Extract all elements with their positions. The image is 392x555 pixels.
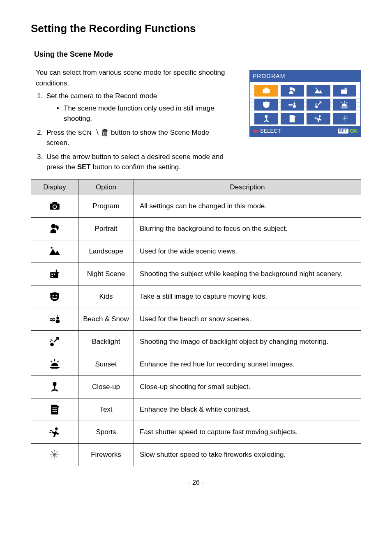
table-row: PortraitBlurring the background to focus… (31, 218, 361, 240)
row-icon-cell (31, 376, 78, 398)
row-icon-cell (31, 195, 78, 218)
table-row: TextEnhance the black & white contrast. (31, 398, 361, 421)
row-option-cell: Night Scene (78, 263, 134, 286)
scene-mode-table: Display Option Description ProgramAll se… (31, 179, 361, 467)
panel-icon-beachsnow (281, 99, 304, 111)
program-icon (48, 200, 61, 212)
col-header-display: Display (31, 179, 78, 195)
panel-icon-nightscene (333, 85, 357, 97)
step-1: Set the camera to the Record mode The sc… (45, 91, 234, 124)
table-row: LandscapeUsed for the wide scenic views. (31, 240, 361, 263)
trash-icon (101, 129, 109, 137)
portrait-icon (48, 223, 61, 235)
step-2-text-a: Press the (46, 129, 78, 136)
landscape-icon (314, 86, 323, 95)
row-icon-cell (31, 286, 78, 308)
row-option-cell: Text (78, 398, 134, 421)
step-3-text-b: button to confirm the setting. (92, 163, 181, 171)
row-icon-cell (31, 444, 78, 466)
scn-text: SCN (78, 129, 92, 136)
table-row: Close-upClose-up shooting for small subj… (31, 376, 361, 398)
row-description-cell: Used for the wide scenic views. (134, 240, 361, 263)
nightscene-icon (48, 268, 61, 280)
row-icon-cell (31, 331, 78, 353)
panel-icon-text (281, 113, 304, 124)
beachsnow-icon (288, 100, 297, 109)
col-header-description: Description (134, 179, 361, 195)
panel-icon-closeup (254, 113, 278, 124)
step-3: Use the arrow button to select a desired… (45, 152, 234, 173)
intro-text: You can select from various scene mode f… (36, 67, 234, 88)
panel-icon-portrait (281, 85, 304, 97)
row-option-cell: Beach & Snow (78, 308, 134, 331)
page-number: - 26 - (31, 478, 361, 488)
sunset-icon (340, 100, 349, 109)
row-option-cell: Fireworks (78, 444, 134, 466)
row-icon-cell (31, 308, 78, 331)
beachsnow-icon (48, 313, 61, 325)
row-icon-cell (31, 263, 78, 286)
fireworks-icon (48, 449, 61, 461)
row-option-cell: Backlight (78, 331, 134, 353)
scene-mode-panel: PROGRAM ◂▸ SELECT (249, 70, 361, 137)
table-row: Beach & SnowUsed for the beach or snow s… (31, 308, 361, 331)
landscape-icon (48, 245, 61, 258)
sports-icon (314, 114, 323, 123)
row-icon-cell (31, 240, 78, 263)
panel-icon-landscape (307, 85, 330, 97)
fireworks-icon (340, 114, 349, 123)
panel-icon-sunset (333, 99, 357, 111)
program-icon (262, 86, 271, 95)
backlight-icon (314, 100, 323, 109)
kids-icon (262, 100, 271, 109)
kids-icon (48, 290, 61, 303)
row-description-cell: Shooting the subject while keeping the b… (134, 263, 361, 286)
scn-trash-button-label: SCN ∖ (78, 129, 111, 136)
panel-footer: ◂▸ SELECT SET OK (250, 126, 360, 136)
row-description-cell: Slow shutter speed to take fireworks exp… (134, 444, 361, 466)
closeup-icon (262, 114, 271, 123)
row-option-cell: Close-up (78, 376, 134, 398)
table-row: ProgramAll settings can be changed in th… (31, 195, 361, 218)
sunset-icon (48, 358, 61, 371)
step-1-bullet: The scene mode function only used in sti… (64, 103, 234, 124)
text-icon (288, 114, 297, 123)
table-row: BacklightShooting the image of backlight… (31, 331, 361, 353)
panel-icon-sports (307, 113, 330, 124)
panel-icon-grid (250, 82, 360, 126)
nightscene-icon (340, 86, 349, 95)
row-option-cell: Landscape (78, 240, 134, 263)
step-1-text: Set the camera to the Record mode (46, 92, 157, 100)
row-option-cell: Program (78, 195, 134, 218)
table-row: FireworksSlow shutter speed to take fire… (31, 444, 361, 466)
page-title: Setting the Recording Functions (31, 21, 361, 37)
backlight-icon (48, 336, 61, 348)
row-option-cell: Kids (78, 286, 134, 308)
table-row: KidsTake a still image to capture moving… (31, 286, 361, 308)
steps-list: Set the camera to the Record mode The sc… (36, 91, 234, 173)
col-header-option: Option (78, 179, 134, 195)
row-description-cell: Take a still image to capture moving kid… (134, 286, 361, 308)
table-row: Night SceneShooting the subject while ke… (31, 263, 361, 286)
row-description-cell: Close-up shooting for small subject. (134, 376, 361, 398)
arrows-icon: ◂▸ (253, 127, 258, 135)
panel-icon-backlight (307, 99, 330, 111)
portrait-icon (288, 86, 297, 95)
row-description-cell: Used for the beach or snow scenes. (134, 308, 361, 331)
panel-icon-fireworks (333, 113, 357, 124)
panel-ok-label: OK (350, 127, 358, 135)
panel-select-label: SELECT (260, 127, 281, 135)
table-row: SportsFast shutter speed to capture fast… (31, 421, 361, 444)
row-option-cell: Sports (78, 421, 134, 444)
sports-icon (48, 426, 61, 438)
table-row: SunsetEnhance the red hue for recording … (31, 353, 361, 376)
row-description-cell: Enhance the black & white contrast. (134, 398, 361, 421)
step-2: Press the SCN ∖ button to show the Scene… (45, 127, 234, 148)
panel-icon-program (254, 85, 278, 97)
set-button-label: SET (77, 163, 91, 171)
closeup-icon (48, 381, 61, 393)
text-icon (48, 403, 61, 416)
row-icon-cell (31, 398, 78, 421)
panel-icon-kids (254, 99, 278, 111)
row-icon-cell (31, 218, 78, 240)
